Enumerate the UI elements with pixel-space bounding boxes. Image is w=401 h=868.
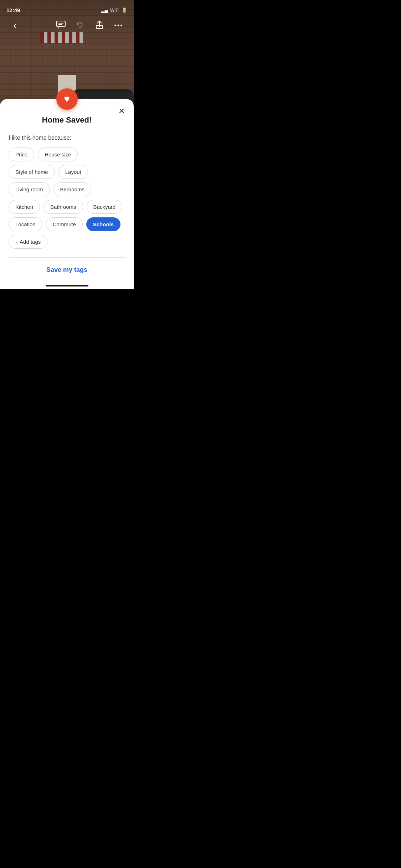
tag-pill-location[interactable]: Location [9,217,42,231]
tag-pill-house-size[interactable]: House size [38,148,78,161]
prompt-text: I like this home because: [9,135,125,141]
tag-pill-commute[interactable]: Commute [46,217,83,231]
tag-pill-bedrooms[interactable]: Bedrooms [53,182,91,196]
close-icon: ✕ [118,107,125,116]
sheet-title: Home Saved! [9,115,125,125]
tags-container: PriceHouse sizeStyle of homeLayoutLiving… [9,148,125,249]
svg-rect-0 [57,21,65,27]
tag-pill-layout[interactable]: Layout [58,165,88,179]
bottom-sheet: ♥ ✕ Home Saved! I like this home because… [0,99,134,289]
toolbar: ‹ ♡ •• [0,16,134,36]
chat-icon [56,21,66,31]
battery-icon: 🔋 [122,7,127,13]
toolbar-actions: ♡ ••• [53,18,127,33]
divider [9,257,125,258]
save-tags-button[interactable]: Save my tags [9,265,125,275]
signal-icon: ▂▄ [101,7,108,13]
wifi-icon: WiFi [110,7,119,13]
chat-button[interactable] [53,18,69,33]
close-button[interactable]: ✕ [115,105,128,118]
share-button[interactable] [92,18,107,33]
tag-pill-living-room[interactable]: Living room [9,182,50,196]
tag-pill-style-of-home[interactable]: Style of home [9,165,55,179]
status-icons: ▂▄ WiFi 🔋 [101,7,127,13]
back-button[interactable]: ‹ [7,18,23,33]
more-icon: ••• [114,22,123,30]
home-indicator [46,285,88,286]
tag-pill-bathrooms[interactable]: Bathrooms [43,200,83,214]
tag-pill-price[interactable]: Price [9,148,34,161]
share-icon [96,20,103,31]
more-button[interactable]: ••• [111,18,127,33]
favorite-button[interactable]: ♡ [72,18,88,33]
tag-pill-kitchen[interactable]: Kitchen [9,200,40,214]
status-time: 12:49 [6,7,20,13]
heart-fab-icon: ♥ [64,94,70,104]
heart-icon: ♡ [77,21,84,30]
heart-fab-button[interactable]: ♥ [56,88,78,110]
back-icon: ‹ [13,20,16,31]
tag-pill-backyard[interactable]: Backyard [87,200,123,214]
tag-pill-add-add-tags[interactable]: + Add tags [9,235,47,249]
status-bar: 12:49 ▂▄ WiFi 🔋 [0,0,134,16]
tag-pill-schools[interactable]: Schools [86,217,120,231]
